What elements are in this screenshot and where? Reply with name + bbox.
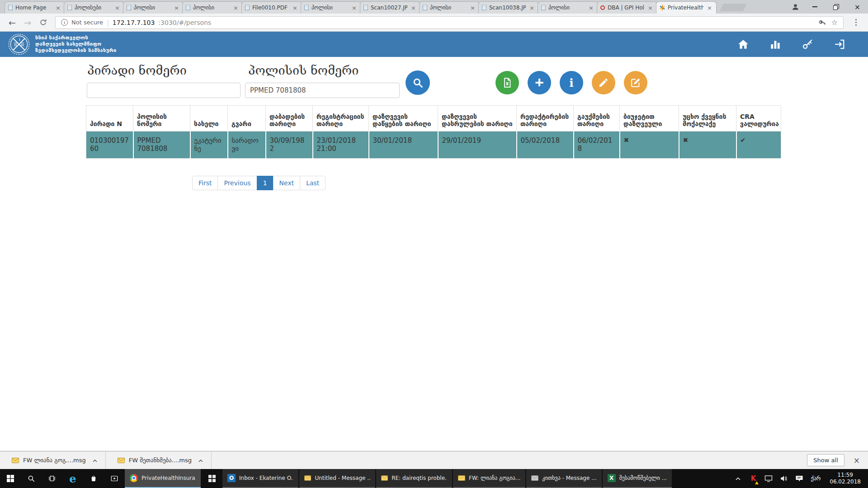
taskbar-app-message-3[interactable]: FW: ლიანა გოგია... bbox=[453, 469, 525, 488]
restore-button[interactable] bbox=[826, 0, 847, 14]
chevron-up-icon[interactable] bbox=[93, 457, 97, 464]
taskbar-app-message-1[interactable]: Untitled - Message ... bbox=[299, 469, 375, 488]
search-icon bbox=[27, 474, 35, 483]
tab-file0010-pdf[interactable]: File0010.PDF × bbox=[241, 1, 302, 14]
download-file-name: FW ლიანა გოგ....msg bbox=[23, 457, 86, 464]
persons-table: პირადი N პოლისის ნომერი სახელი გვარი დაბ… bbox=[86, 105, 781, 159]
browser-profile-icon[interactable] bbox=[786, 0, 804, 14]
taskbar-app-label: შესამოწმებელი ... bbox=[619, 475, 667, 481]
kaspersky-icon[interactable]: K bbox=[746, 469, 760, 488]
browser-toolbar: ← → i Not secure | 172.17.7.103 :3030/#/… bbox=[0, 14, 868, 32]
edge-button[interactable]: e bbox=[62, 469, 83, 488]
tab-private-health-active[interactable]: PrivateHealthIn × bbox=[656, 1, 717, 14]
network-icon[interactable] bbox=[762, 469, 775, 488]
export-excel-button[interactable] bbox=[495, 71, 519, 94]
chevron-up-icon[interactable] bbox=[198, 457, 203, 464]
task-view-button[interactable] bbox=[42, 469, 62, 488]
close-icon[interactable]: × bbox=[351, 5, 358, 11]
forward-icon[interactable]: → bbox=[20, 18, 35, 28]
pagination-previous[interactable]: Previous bbox=[217, 176, 257, 190]
taskbar-app-chrome[interactable]: PrivateHealthInsura... bbox=[125, 469, 201, 488]
close-icon[interactable]: × bbox=[114, 5, 121, 11]
window-close-button[interactable]: × bbox=[847, 0, 868, 14]
taskbar-clock[interactable]: 11:59 06.02.2018 bbox=[825, 472, 865, 485]
app-grid-button[interactable] bbox=[202, 469, 222, 488]
tab-polisi-2[interactable]: პოლისი × bbox=[182, 1, 243, 14]
close-icon[interactable]: × bbox=[647, 5, 654, 11]
page-info-icon[interactable]: i bbox=[61, 19, 68, 26]
personal-number-input[interactable] bbox=[87, 83, 241, 98]
logout-icon[interactable] bbox=[834, 38, 845, 50]
start-button[interactable] bbox=[0, 469, 21, 488]
show-all-button[interactable]: Show all bbox=[807, 454, 844, 466]
taskbar-app-outlook[interactable]: O Inbox - Ekaterine O... bbox=[222, 469, 298, 488]
home-icon[interactable] bbox=[737, 38, 749, 50]
tab-dba-gpi[interactable]: DBA | GPI Hold × bbox=[597, 1, 657, 14]
tab-scan10027[interactable]: Scan10027.JPG × bbox=[360, 1, 420, 14]
chrome-icon bbox=[130, 474, 138, 482]
notification-icon[interactable] bbox=[793, 469, 806, 488]
tab-polisebi[interactable]: პოლისები × bbox=[64, 1, 124, 14]
plus-icon: + bbox=[535, 75, 544, 90]
pagination-first[interactable]: First bbox=[192, 176, 218, 190]
address-bar[interactable]: i Not secure | 172.17.7.103 :3030/#/pers… bbox=[55, 16, 844, 29]
close-icon[interactable]: × bbox=[55, 5, 61, 11]
tab-polisi-5[interactable]: პოლისი × bbox=[538, 1, 598, 14]
close-icon[interactable]: × bbox=[292, 5, 298, 11]
new-tab-button[interactable] bbox=[719, 4, 747, 11]
media-player-button[interactable] bbox=[104, 469, 125, 488]
close-icon[interactable]: × bbox=[410, 5, 417, 11]
tab-label: DBA | GPI Hold bbox=[608, 5, 644, 11]
taskbar-app-message-2[interactable]: RE: daireqtis proble... bbox=[376, 469, 452, 488]
table-row[interactable]: 01030019760 PPMED 7081808 ეკატერინე სარა… bbox=[86, 131, 781, 159]
tab-scan10038[interactable]: Scan10038.JPG × bbox=[478, 1, 539, 14]
search-button[interactable] bbox=[406, 70, 430, 95]
pagination-last[interactable]: Last bbox=[300, 176, 326, 190]
tab-polisi-3[interactable]: პოლისი × bbox=[301, 1, 361, 14]
page-icon bbox=[423, 5, 427, 10]
chart-icon[interactable] bbox=[769, 38, 781, 50]
back-icon[interactable]: ← bbox=[5, 18, 20, 28]
download-item-2[interactable]: FW შეთანხმება....msg bbox=[106, 451, 212, 469]
minimize-button[interactable] bbox=[804, 0, 826, 14]
tab-polisi-4[interactable]: პოლისი × bbox=[419, 1, 480, 14]
org-logo bbox=[8, 33, 30, 55]
store-button[interactable] bbox=[83, 469, 104, 488]
close-icon[interactable]: × bbox=[173, 5, 180, 11]
pagination-next[interactable]: Next bbox=[273, 176, 301, 190]
bookmark-star-icon[interactable]: ☆ bbox=[831, 18, 838, 27]
reload-icon[interactable] bbox=[35, 19, 51, 26]
policy-number-input[interactable] bbox=[245, 83, 400, 98]
tab-polisi-1[interactable]: პოლისი × bbox=[123, 1, 184, 14]
info-button[interactable]: i bbox=[560, 71, 583, 94]
volume-icon[interactable] bbox=[777, 469, 791, 488]
tray-chevron-up-icon[interactable] bbox=[731, 469, 745, 488]
pagination-page-1[interactable]: 1 bbox=[257, 176, 274, 190]
edit-form-button[interactable] bbox=[624, 71, 647, 94]
language-indicator[interactable]: ქარ bbox=[808, 475, 823, 482]
taskbar-search-button[interactable] bbox=[21, 469, 42, 488]
cell-registration-date: 23/01/2018 21:00 bbox=[313, 131, 369, 159]
cell-birth-date: 30/09/1982 bbox=[266, 131, 313, 159]
key-icon[interactable] bbox=[802, 38, 813, 50]
browser-menu-icon[interactable] bbox=[848, 19, 863, 26]
close-icon[interactable]: × bbox=[588, 5, 594, 11]
close-icon[interactable]: × bbox=[706, 5, 713, 11]
col-cra-valid: CRA ვალიდურია bbox=[736, 106, 781, 131]
tab-label: File0010.PDF bbox=[252, 5, 289, 11]
col-first-name: სახელი bbox=[190, 106, 228, 131]
add-button[interactable]: + bbox=[528, 71, 551, 94]
org-line-1: სსიპ საქართველოს bbox=[35, 35, 117, 41]
download-item-1[interactable]: FW ლიანა გოგ....msg bbox=[0, 451, 106, 469]
taskbar-app-excel[interactable]: X შესამოწმებელი ... bbox=[603, 469, 672, 488]
col-birth-date: დაბადების თარიღი bbox=[266, 106, 313, 131]
close-icon[interactable]: × bbox=[528, 5, 535, 11]
close-icon[interactable]: × bbox=[232, 5, 239, 11]
outlook-icon: O bbox=[227, 474, 236, 482]
close-icon[interactable]: × bbox=[469, 5, 476, 11]
edit-button[interactable] bbox=[592, 71, 615, 94]
password-key-icon[interactable] bbox=[818, 19, 826, 26]
tab-home-page[interactable]: Home Page × bbox=[5, 1, 65, 14]
download-bar-close-icon[interactable]: × bbox=[854, 456, 860, 465]
taskbar-app-message-4[interactable]: კითხვა - Message ... bbox=[526, 469, 601, 488]
